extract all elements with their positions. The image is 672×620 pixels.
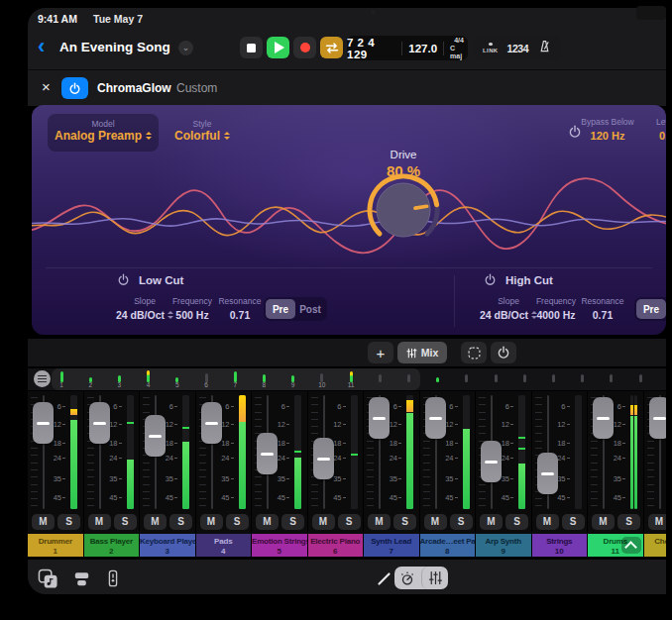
- solo-button[interactable]: S: [450, 514, 473, 530]
- high-cut-pre-button[interactable]: Pre: [636, 299, 666, 319]
- track-name-label[interactable]: Arcade…eet Pad8: [420, 534, 476, 557]
- style-selector[interactable]: Style Colorful: [161, 114, 244, 152]
- bypass-below-control[interactable]: Bypass Below 120 Hz: [573, 117, 642, 142]
- track-name-label[interactable]: Arp Synth9: [476, 534, 531, 557]
- solo-button[interactable]: S: [57, 514, 80, 530]
- add-track-button[interactable]: +: [368, 342, 393, 363]
- solo-button[interactable]: S: [338, 514, 361, 530]
- high-cut-resonance[interactable]: Resonance 0.71: [573, 296, 632, 321]
- solo-button[interactable]: S: [169, 514, 192, 530]
- play-button[interactable]: [267, 37, 289, 58]
- volume-fader[interactable]: [145, 415, 166, 457]
- navigator-track-meter[interactable]: [495, 374, 498, 382]
- solo-button[interactable]: S: [281, 514, 304, 530]
- volume-fader[interactable]: [425, 397, 446, 439]
- low-cut-resonance[interactable]: Resonance 0.71: [210, 296, 270, 321]
- track-name-label[interactable]: Electric Piano6: [308, 534, 364, 557]
- volume-fader[interactable]: [481, 441, 502, 482]
- volume-fader[interactable]: [313, 438, 334, 479]
- volume-fader[interactable]: [369, 397, 390, 439]
- channel-strip-button[interactable]: [101, 567, 125, 590]
- title-chevron-down-icon[interactable]: ⌄: [178, 41, 193, 55]
- navigator-track-number: 8: [256, 381, 272, 388]
- mute-button[interactable]: M: [536, 514, 559, 530]
- low-cut-pre-button[interactable]: Pre: [266, 299, 295, 319]
- cycle-button[interactable]: [320, 37, 343, 58]
- mute-button[interactable]: M: [32, 514, 55, 530]
- solo-button[interactable]: S: [562, 514, 585, 530]
- mute-button[interactable]: M: [368, 514, 391, 530]
- mixer-power-button[interactable]: [491, 342, 516, 363]
- drive-knob[interactable]: [362, 168, 445, 252]
- track-name-label[interactable]: Chorus V12: [644, 534, 667, 557]
- volume-fader[interactable]: [649, 397, 667, 439]
- high-cut-power-icon[interactable]: [484, 272, 497, 290]
- controls-view-button[interactable]: [394, 567, 420, 589]
- solo-button[interactable]: S: [617, 514, 640, 530]
- pencil-tool-button[interactable]: [373, 567, 396, 590]
- mute-button[interactable]: M: [424, 514, 447, 530]
- low-cut-post-button[interactable]: Post: [295, 299, 325, 319]
- track-name-label[interactable]: Pads4: [196, 534, 252, 557]
- navigator-track-meter[interactable]: [552, 374, 555, 382]
- count-in-button[interactable]: 1234: [507, 43, 528, 54]
- mute-button[interactable]: M: [480, 514, 503, 530]
- lcd-position-display[interactable]: 7 2 4 129 127.0 4/4 C maj: [347, 36, 468, 60]
- track-name-label[interactable]: Keyboard Player3: [140, 534, 195, 557]
- navigator-track-meter[interactable]: [523, 374, 526, 382]
- mute-button[interactable]: M: [144, 514, 167, 530]
- level-control[interactable]: Level 0.5: [656, 117, 666, 142]
- level-meter: [239, 395, 246, 509]
- track-name-label[interactable]: Drums11: [588, 534, 643, 557]
- track-name-label[interactable]: Strings10: [532, 534, 588, 557]
- solo-button[interactable]: S: [505, 514, 528, 530]
- stop-button[interactable]: [240, 37, 263, 58]
- plugin-power-button[interactable]: [61, 77, 88, 99]
- track-name-label[interactable]: Synth Lead7: [364, 534, 419, 557]
- volume-fader[interactable]: [257, 433, 278, 474]
- volume-fader[interactable]: [537, 453, 558, 494]
- mix-view-button[interactable]: Mix: [397, 342, 447, 363]
- device-button[interactable]: [69, 567, 93, 590]
- navigator-track-meter[interactable]: [610, 374, 613, 382]
- navigator-track-meter[interactable]: [379, 374, 382, 382]
- volume-fader[interactable]: [89, 402, 110, 444]
- volume-fader[interactable]: [593, 397, 614, 439]
- close-plugin-button[interactable]: ×: [42, 78, 51, 95]
- model-selector[interactable]: Model Analog Preamp: [48, 114, 159, 152]
- mute-button[interactable]: M: [592, 514, 615, 530]
- track-name-label[interactable]: Bass Player2: [84, 534, 140, 557]
- track-navigator[interactable]: 1234567891011: [28, 368, 666, 390]
- low-cut-power-icon[interactable]: [117, 272, 130, 290]
- plugin-preset[interactable]: Custom: [176, 81, 217, 95]
- record-button[interactable]: [293, 37, 316, 58]
- back-button[interactable]: ‹: [38, 34, 45, 59]
- navigator-track-meter[interactable]: [436, 377, 439, 382]
- track-name-label[interactable]: Emotion Strings5: [252, 534, 307, 557]
- mute-button[interactable]: M: [200, 514, 223, 530]
- link-button[interactable]: LINK: [483, 43, 499, 54]
- mixer-view-button[interactable]: [421, 567, 448, 589]
- volume-fader[interactable]: [201, 402, 222, 444]
- song-title[interactable]: An Evening Song: [59, 40, 170, 54]
- fader-zone: 61218243545: [644, 391, 667, 513]
- solo-button[interactable]: S: [114, 514, 137, 530]
- navigator-track-meter[interactable]: [407, 374, 410, 382]
- loop-browser-button[interactable]: [36, 567, 59, 590]
- mute-button[interactable]: M: [88, 514, 111, 530]
- mute-solo-row: M S: [84, 513, 140, 533]
- track-collapse-button[interactable]: [621, 537, 641, 554]
- mute-button[interactable]: M: [256, 514, 279, 530]
- metronome-button[interactable]: [537, 39, 552, 57]
- navigator-toggle-button[interactable]: [34, 370, 51, 387]
- mute-button[interactable]: M: [312, 514, 335, 530]
- track-name-label[interactable]: Drummer1: [28, 534, 83, 557]
- solo-button[interactable]: S: [393, 514, 416, 530]
- navigator-track-meter[interactable]: [465, 374, 468, 382]
- mute-button[interactable]: M: [648, 514, 667, 530]
- navigator-track-meter[interactable]: [581, 374, 584, 382]
- solo-button[interactable]: S: [226, 514, 249, 530]
- navigator-track-meter[interactable]: [639, 374, 642, 382]
- volume-fader[interactable]: [33, 402, 54, 444]
- copy-selection-button[interactable]: [461, 342, 487, 363]
